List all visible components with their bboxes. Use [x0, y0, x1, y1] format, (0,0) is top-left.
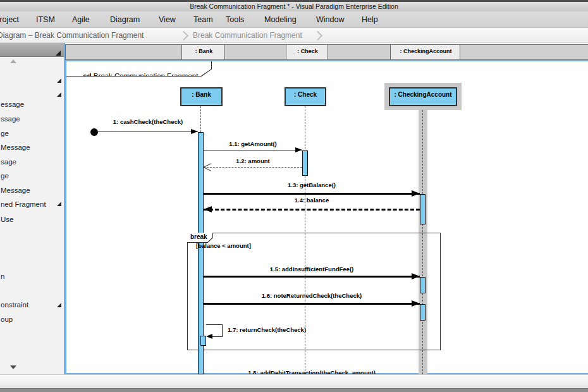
activation-checkingaccount-2[interactable]: [420, 277, 426, 293]
menu-tools[interactable]: Tools: [226, 11, 244, 28]
submenu-corner-icon: [57, 202, 61, 206]
palette-item-combined-fragment[interactable]: ned Fragment: [1, 197, 64, 211]
message-line-1-3[interactable]: [204, 193, 420, 195]
activation-check[interactable]: [302, 150, 308, 176]
sd-keyword: sd: [83, 72, 91, 80]
chevron-right-icon: [313, 31, 323, 41]
palette-item-interaction-use[interactable]: Use: [1, 212, 64, 226]
message-label-1-2[interactable]: 1.2: amount: [204, 157, 302, 164]
menu-agile[interactable]: Agile: [72, 11, 90, 28]
palette-item-message4[interactable]: Message: [1, 140, 64, 154]
message-label-1-3[interactable]: 1.3: getBalance(): [204, 181, 420, 188]
palette-scroll-up-icon[interactable]: [10, 59, 16, 63]
sd-frame-label[interactable]: sd Break Communication Fragment: [66, 61, 212, 77]
menu-window[interactable]: Window: [316, 11, 344, 28]
clipped-message-1-8[interactable]: 1.8: addDebitTransaction(theCheck, amoun…: [204, 369, 420, 374]
message-label-1-1[interactable]: 1.1: getAmount(): [204, 140, 302, 147]
message-label-1-8: 1.8: addDebitTransaction(theCheck, amoun…: [204, 369, 420, 374]
break-operator-label[interactable]: break: [187, 233, 213, 243]
message-label-1-7[interactable]: 1.7: returnCheck(theCheck): [228, 326, 306, 333]
menu-team[interactable]: Team: [193, 11, 213, 28]
lifeline-checkingaccount[interactable]: : CheckingAccount: [389, 87, 457, 106]
message-line-1-7[interactable]: [206, 324, 223, 325]
breadcrumb: Diagram – Break Communication Fragment B…: [0, 28, 588, 43]
message-line-1-2[interactable]: [204, 167, 302, 168]
found-message-endpoint[interactable]: [90, 128, 98, 136]
message-label-1-5[interactable]: 1.5: addInsufficientFundFee(): [204, 266, 420, 273]
palette-item-message[interactable]: essage: [1, 97, 64, 111]
status-bar: [0, 374, 588, 388]
canvas-border: [65, 60, 66, 374]
palette-item-message5[interactable]: sage: [1, 155, 64, 169]
title-bar: Break Communication Fragment * - Visual …: [0, 2, 588, 11]
lifeline-line-bank: [200, 106, 201, 132]
arrowhead-icon: [412, 190, 420, 197]
arrowhead-icon: [412, 300, 420, 307]
lifeline-bank[interactable]: : Bank: [180, 87, 223, 106]
submenu-corner-icon: [57, 78, 61, 83]
palette-scroll-down-icon[interactable]: [10, 365, 16, 369]
message-label-1[interactable]: 1: cashCheck(theCheck): [98, 118, 198, 125]
open-arrowhead-icon: [204, 167, 211, 171]
submenu-corner-icon: [57, 303, 61, 307]
lifeline-header-checkingaccount[interactable]: : CheckingAccount: [390, 44, 462, 60]
breadcrumb-item-fragment[interactable]: Break Communication Fragment: [193, 28, 302, 43]
menu-bar: Project ITSM Agile Diagram View Team Too…: [0, 11, 588, 28]
lifeline-header-check[interactable]: : Check: [286, 44, 329, 60]
menu-help[interactable]: Help: [362, 11, 378, 28]
palette-item-group[interactable]: oup: [1, 312, 64, 326]
break-operator-text: break: [190, 233, 207, 240]
lifeline-header-bank[interactable]: : Bank: [181, 44, 226, 60]
submenu-corner-icon: [57, 92, 61, 97]
palette-item-label: onstraint: [1, 301, 28, 309]
submenu-corner-icon: [56, 51, 61, 56]
activation-checkingaccount-1[interactable]: [420, 194, 426, 224]
message-line-1-7[interactable]: [212, 336, 223, 337]
window-title: Break Communication Fragment * - Visual …: [0, 2, 588, 11]
breadcrumb-item-diagram[interactable]: Diagram – Break Communication Fragment: [0, 28, 144, 43]
palette-item-label: ned Fragment: [1, 200, 46, 208]
arrowhead-icon: [204, 206, 212, 212]
canvas-border: [65, 60, 588, 61]
menu-diagram[interactable]: Diagram: [110, 11, 140, 28]
palette-item-message3[interactable]: ge: [1, 126, 64, 140]
message-label-1-4[interactable]: 1.4: balance: [204, 197, 420, 204]
message-line-1-4[interactable]: [204, 209, 420, 211]
lifeline-header-gap: [65, 44, 183, 60]
lifeline-header-gap: [460, 44, 588, 60]
message-line-1-6[interactable]: [204, 303, 420, 305]
palette-item-message2[interactable]: ssage: [1, 112, 64, 126]
window-bottom-strip: [0, 388, 588, 392]
message-line-1-1[interactable]: [204, 150, 302, 150]
menu-modeling[interactable]: Modeling: [264, 11, 297, 28]
palette-item-message6[interactable]: ge: [1, 169, 64, 183]
diagram-tool-palette: essage ssage ge Message sage ge Message …: [0, 43, 64, 374]
arrowhead-icon: [295, 147, 302, 152]
menu-project[interactable]: Project: [0, 11, 19, 28]
palette-item-continuation[interactable]: n: [1, 269, 64, 283]
guard-label[interactable]: [balance < amount]: [196, 242, 251, 249]
palette-item-constraint[interactable]: onstraint: [1, 298, 64, 312]
sd-frame-name: Break Communication Fragment: [94, 72, 199, 80]
activation-checkingaccount-3[interactable]: [420, 304, 426, 321]
palette-item[interactable]: [1, 74, 64, 88]
message-line-1[interactable]: [98, 132, 198, 132]
message-label-1-6[interactable]: 1.6: noteReturnedCheck(theCheck): [204, 292, 420, 299]
menu-view[interactable]: View: [159, 11, 176, 28]
lifeline-header-gap: [328, 44, 392, 60]
diagram-canvas[interactable]: sd Break Communication Fragment : Bank :…: [65, 60, 588, 374]
lifeline-check[interactable]: : Check: [285, 87, 326, 106]
arrowhead-icon: [206, 334, 212, 339]
lifeline-header-gap: [224, 44, 288, 60]
lifeline-header-row: : Bank : Check : CheckingAccount: [65, 43, 588, 60]
menu-itsm[interactable]: ITSM: [36, 11, 55, 28]
message-line-1-7[interactable]: [222, 324, 223, 337]
palette-item-message7[interactable]: Message: [1, 183, 64, 197]
arrowhead-icon: [412, 273, 420, 279]
chevron-right-icon: [179, 31, 189, 41]
break-fragment[interactable]: [187, 233, 441, 350]
palette-header[interactable]: [0, 43, 64, 57]
activation-bank-nested[interactable]: [200, 336, 206, 346]
message-line-1-5[interactable]: [204, 276, 420, 278]
arrowhead-icon: [191, 129, 198, 134]
